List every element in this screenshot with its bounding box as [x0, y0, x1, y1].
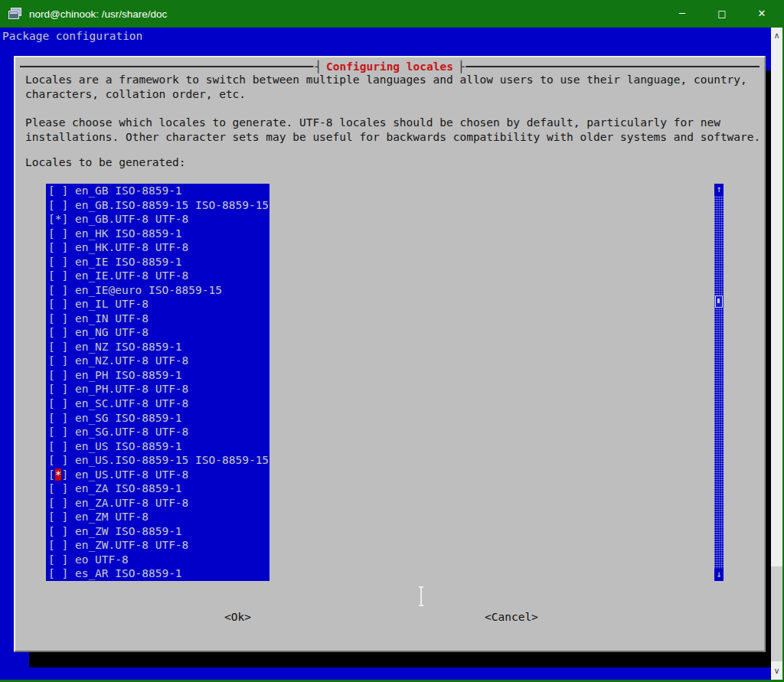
locale-row[interactable]: [ ] eo UTF-8	[48, 553, 270, 567]
checkbox-state[interactable]	[55, 397, 62, 410]
checkbox-state[interactable]	[55, 426, 62, 438]
locale-row[interactable]: [ ] en_IE.UTF-8 UTF-8	[48, 269, 270, 283]
scroll-down-icon[interactable]: ↓	[714, 569, 724, 581]
locale-list[interactable]: [ ] en_GB ISO-8859-1[ ] en_GB.ISO-8859-1…	[46, 184, 270, 581]
active-checkbox-cursor[interactable]: *	[55, 468, 62, 481]
locale-row[interactable]: [ ] en_SG ISO-8859-1	[48, 411, 270, 426]
checkbox-state[interactable]	[55, 511, 62, 523]
instructions-paragraph: Please choose which locales to generate.…	[25, 116, 760, 144]
locale-row[interactable]: [ ] en_GB.ISO-8859-15 ISO-8859-15	[48, 198, 270, 213]
locale-row[interactable]: [ ] en_ZM UTF-8	[48, 510, 270, 524]
scrollbar-up-icon[interactable]: ∧	[771, 29, 782, 43]
checkbox-state[interactable]	[55, 567, 62, 579]
locale-list-scrollbar[interactable]: ↑ ↓	[714, 184, 724, 581]
list-label: Locales to be generated:	[25, 155, 186, 170]
checkbox-state[interactable]	[55, 440, 62, 452]
checkbox-state[interactable]	[55, 199, 62, 211]
checkbox-state[interactable]	[55, 482, 62, 494]
checkbox-state[interactable]	[55, 383, 62, 395]
checkbox-state[interactable]	[55, 354, 62, 367]
dialog-top-border: ┤Configuring locales├	[20, 66, 760, 67]
checkbox-state[interactable]	[55, 553, 62, 566]
minimize-button[interactable]: ─	[662, 0, 702, 28]
dialog-shadow-bottom	[29, 652, 772, 667]
intro-paragraph: Locales are a framework to switch betwee…	[25, 73, 747, 101]
checkbox-state[interactable]	[55, 454, 62, 466]
checkbox-state[interactable]	[55, 497, 62, 509]
checkbox-state[interactable]	[55, 184, 62, 197]
locale-row[interactable]: [ ] en_NZ ISO-8859-1	[48, 340, 270, 354]
locale-row[interactable]: [ ] en_HK ISO-8859-1	[48, 227, 270, 241]
ok-button[interactable]: <Ok>	[224, 611, 251, 623]
locale-row[interactable]: [ ] en_NZ.UTF-8 UTF-8	[48, 354, 270, 368]
locale-row[interactable]: [ ] en_NG UTF-8	[48, 325, 270, 340]
border-tick-left: ┤	[315, 60, 322, 73]
checkbox-state[interactable]	[55, 256, 62, 268]
window-title: nord@chinook: /usr/share/doc	[29, 8, 167, 20]
checkbox-state[interactable]	[55, 241, 62, 253]
checkbox-state[interactable]	[55, 525, 62, 537]
terminal-scrollbar-thumb[interactable]	[771, 566, 782, 661]
locale-row[interactable]: [ ] en_PH.UTF-8 UTF-8	[48, 382, 270, 396]
package-configuration-header: Package configuration	[2, 30, 142, 42]
configuring-locales-dialog: ┤Configuring locales├ Locales are a fram…	[14, 56, 766, 652]
close-button[interactable]: ✕	[742, 0, 782, 28]
locale-row[interactable]: [ ] en_GB ISO-8859-1	[48, 184, 270, 198]
locale-row[interactable]: [ ] en_SG.UTF-8 UTF-8	[48, 425, 270, 439]
locale-row[interactable]: [ ] en_IE@euro ISO-8859-15	[48, 283, 270, 298]
locale-row[interactable]: [ ] en_ZA.UTF-8 UTF-8	[48, 496, 270, 511]
checkbox-state[interactable]	[55, 227, 62, 240]
checkbox-state[interactable]	[55, 539, 62, 551]
window-controls: ─ □ ✕	[662, 0, 782, 28]
locale-row[interactable]: [ ] en_IL UTF-8	[48, 297, 270, 312]
locale-row[interactable]: [ ] en_IE ISO-8859-1	[48, 255, 270, 269]
terminal-scrollbar[interactable]: ∧ ∨	[771, 28, 782, 680]
locale-row[interactable]: [ ] en_US.ISO-8859-15 ISO-8859-15	[48, 453, 270, 468]
maximize-button[interactable]: □	[702, 0, 742, 28]
cancel-button[interactable]: <Cancel>	[485, 611, 538, 623]
checkbox-state[interactable]	[55, 269, 62, 282]
scroll-up-icon[interactable]: ↑	[714, 184, 724, 196]
terminal-app-icon	[8, 8, 22, 20]
checkbox-state[interactable]	[55, 312, 62, 325]
checkbox-state[interactable]	[55, 369, 62, 381]
checkbox-state[interactable]	[55, 412, 62, 424]
checkbox-state[interactable]	[55, 341, 62, 353]
dialog-title: Configuring locales	[322, 60, 458, 73]
locale-row[interactable]: [ ] es_AR ISO-8859-1	[48, 566, 270, 581]
scrollbar-down-icon[interactable]: ∨	[771, 664, 782, 678]
locale-row[interactable]: [ ] en_HK.UTF-8 UTF-8	[48, 240, 270, 255]
locale-row[interactable]: [ ] en_US ISO-8859-1	[48, 439, 270, 454]
checkbox-state[interactable]	[55, 284, 62, 296]
locale-row[interactable]: [*] en_GB.UTF-8 UTF-8	[48, 212, 270, 227]
checkbox-state[interactable]	[55, 298, 62, 310]
locale-row[interactable]: [ ] en_ZW ISO-8859-1	[48, 524, 270, 539]
dialog-title-wrap: ┤Configuring locales├	[313, 60, 466, 73]
mouse-ibeam-cursor	[416, 586, 426, 607]
window-titlebar[interactable]: nord@chinook: /usr/share/doc ─ □ ✕	[0, 0, 784, 28]
checkbox-state[interactable]	[55, 326, 62, 338]
border-tick-right: ├	[458, 60, 465, 73]
locale-row[interactable]: [ ] en_IN UTF-8	[48, 312, 270, 326]
locale-row[interactable]: [ ] en_SC.UTF-8 UTF-8	[48, 396, 270, 411]
scrollbar-thumb[interactable]	[715, 295, 723, 308]
locale-row[interactable]: [ ] en_ZA ISO-8859-1	[48, 481, 270, 496]
locale-row[interactable]: [ ] en_ZW.UTF-8 UTF-8	[48, 538, 270, 553]
locale-row[interactable]: [*] en_US.UTF-8 UTF-8	[48, 468, 270, 482]
checkbox-state[interactable]: *	[55, 213, 62, 225]
locale-row[interactable]: [ ] en_PH ISO-8859-1	[48, 368, 270, 383]
